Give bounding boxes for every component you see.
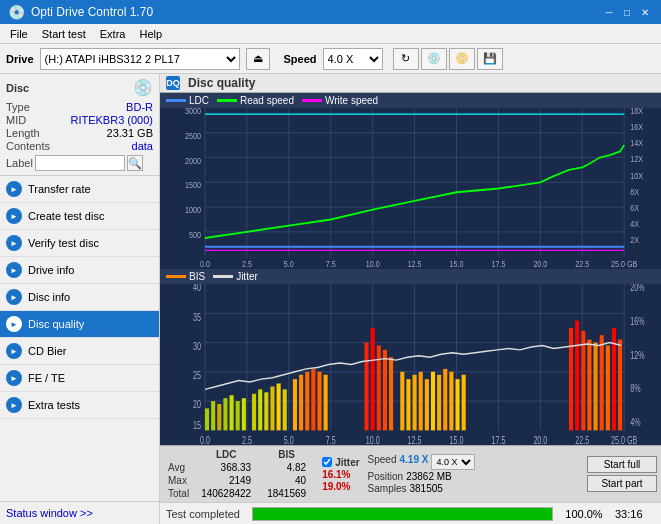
menu-extra[interactable]: Extra [94,26,132,42]
legend-bis: BIS [166,271,205,282]
disc-type-label: Type [6,101,30,113]
maximize-button[interactable]: □ [619,4,635,20]
sidebar-item-cd-bier[interactable]: ► CD Bier [0,338,159,365]
svg-text:15.0: 15.0 [450,259,464,269]
svg-rect-109 [419,372,423,431]
svg-text:2.5: 2.5 [242,259,252,269]
drive-icons: ↻ 💿 📀 💾 [393,48,503,70]
progress-bar-area: Test completed 100.0% 33:16 [160,502,661,524]
action-buttons: Start full Start part [587,456,657,492]
upper-legend: LDC Read speed Write speed [160,93,661,108]
disc-quality-icon: ► [6,316,22,332]
sidebar-item-transfer-rate[interactable]: ► Transfer rate [0,176,159,203]
stats-total-label: Total [164,487,193,500]
svg-rect-125 [618,340,622,431]
svg-rect-87 [236,401,240,430]
minimize-button[interactable]: ─ [601,4,617,20]
disc-quality-title: Disc quality [188,76,255,90]
disc-icon[interactable]: 💿 [133,78,153,97]
menu-help[interactable]: Help [133,26,168,42]
col-bis: BIS [259,448,314,461]
svg-text:7.5: 7.5 [326,434,336,445]
svg-text:20: 20 [193,399,201,411]
svg-text:30: 30 [193,341,201,353]
speed-limit-select[interactable]: 4.0 X [431,454,475,470]
disc-mid-value: RITEKBR3 (000) [70,114,153,126]
svg-rect-95 [293,379,297,430]
sidebar-item-create-test-disc[interactable]: ► Create test disc [0,203,159,230]
svg-text:5.0: 5.0 [284,259,294,269]
content-area: DQ Disc quality LDC Read speed Write spe… [160,74,661,524]
disc-label-input[interactable] [35,155,125,171]
svg-text:1500: 1500 [185,181,201,191]
sidebar-label-disc-info: Disc info [28,291,70,303]
disc-length-label: Length [6,127,40,139]
svg-text:10.0: 10.0 [366,259,380,269]
svg-rect-103 [377,345,381,430]
disc-header: Disc 💿 [6,78,153,97]
drive-icon-disc1[interactable]: 💿 [421,48,447,70]
transfer-rate-icon: ► [6,181,22,197]
svg-text:4X: 4X [630,219,639,229]
position-value: 23862 MB [406,471,452,482]
close-button[interactable]: ✕ [637,4,653,20]
menu-file[interactable]: File [4,26,34,42]
read-label: Read speed [240,95,294,106]
disc-label-icon[interactable]: 🔍 [127,155,143,171]
svg-rect-82 [205,408,209,430]
svg-text:22.5: 22.5 [575,434,589,445]
jitter-checkbox[interactable] [322,457,332,467]
drive-icon-disc2[interactable]: 📀 [449,48,475,70]
menu-start-test[interactable]: Start test [36,26,92,42]
sidebar-item-extra-tests[interactable]: ► Extra tests [0,392,159,419]
sidebar-item-drive-info[interactable]: ► Drive info [0,257,159,284]
start-full-button[interactable]: Start full [587,456,657,473]
position-row: Position 23862 MB [368,471,476,482]
disc-contents-row: Contents data [6,140,153,152]
jitter-avg-value: 16.1% [322,469,350,480]
drive-select[interactable]: (H:) ATAPI iHBS312 2 PL17 [40,48,240,70]
legend-ldc: LDC [166,95,209,106]
status-window-button[interactable]: Status window >> [0,501,159,524]
svg-rect-101 [364,343,368,431]
svg-rect-0 [160,108,661,269]
speed-label: Speed [284,53,317,65]
jitter-max: 19.0% [322,481,359,492]
disc-mid-row: MID RITEKBR3 (000) [6,114,153,126]
sidebar-label-create-test-disc: Create test disc [28,210,104,222]
drive-info-icon: ► [6,262,22,278]
sidebar-item-fe-te[interactable]: ► FE / TE [0,365,159,392]
sidebar-item-verify-test-disc[interactable]: ► Verify test disc [0,230,159,257]
speed-select[interactable]: 4.0 X [323,48,383,70]
sidebar-item-disc-info[interactable]: ► Disc info [0,284,159,311]
svg-rect-84 [217,404,221,430]
svg-text:17.5: 17.5 [491,259,505,269]
svg-text:25.0 GB: 25.0 GB [611,434,637,445]
progress-label: Test completed [166,508,246,520]
svg-rect-88 [242,398,246,430]
menu-bar: File Start test Extra Help [0,24,661,44]
disc-contents-value: data [132,140,153,152]
svg-text:35: 35 [193,311,201,323]
stats-max-label: Max [164,474,193,487]
ldc-dot [166,99,186,102]
drive-icon-refresh[interactable]: ↻ [393,48,419,70]
position-label: Position [368,471,404,482]
svg-text:5.0: 5.0 [284,434,294,445]
eject-button[interactable]: ⏏ [246,48,270,70]
svg-text:25.0 GB: 25.0 GB [611,259,637,269]
drive-icon-save[interactable]: 💾 [477,48,503,70]
sidebar-item-disc-quality[interactable]: ► Disc quality [0,311,159,338]
bis-label: BIS [189,271,205,282]
disc-quality-header-icon: DQ [166,76,180,90]
svg-text:15.0: 15.0 [450,434,464,445]
sidebar-label-verify-test-disc: Verify test disc [28,237,99,249]
svg-rect-110 [425,379,429,430]
stats-avg-bis: 4.82 [259,461,314,474]
svg-text:20%: 20% [630,284,644,294]
svg-text:12.5: 12.5 [408,434,422,445]
start-part-button[interactable]: Start part [587,475,657,492]
svg-rect-94 [283,389,287,430]
write-dot [302,99,322,102]
svg-rect-120 [587,340,591,431]
